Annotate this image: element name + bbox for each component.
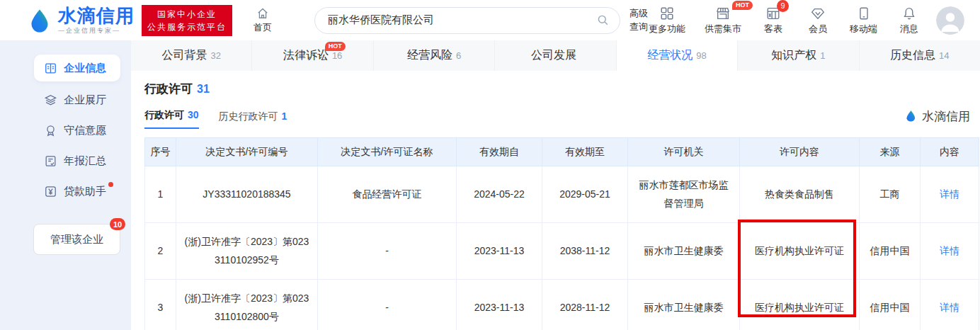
mobile-icon — [856, 6, 872, 21]
sidebar-item-credit-willingness[interactable]: 守信意愿 — [34, 115, 120, 146]
cell-source: 信用中国 — [860, 223, 921, 280]
sidebar-item-showroom[interactable]: 企业展厅 — [34, 85, 120, 115]
cell-valid-from: 2023-11-13 — [457, 280, 542, 330]
sidebar-item-loan-assistant[interactable]: 贷款助手 — [34, 176, 120, 207]
tab-operating-risk[interactable]: 经营风险6 — [373, 40, 494, 71]
storefront-icon — [715, 6, 731, 21]
loan-yuan-icon — [44, 185, 57, 198]
company-info-icon — [44, 62, 57, 75]
cell-authority: 丽水市卫生健康委 — [628, 223, 740, 280]
cell-valid-from: 2023-11-13 — [457, 223, 542, 280]
cell-source: 信用中国 — [860, 280, 921, 330]
col-header-valid-to: 有效期至 — [542, 138, 628, 166]
table-row: 3 (浙)卫许准字〔2023〕第0233110102800号 - 2023-11… — [145, 280, 979, 330]
cell-authority: 丽水市卫生健康委 — [628, 280, 740, 330]
user-avatar[interactable] — [936, 6, 964, 35]
brand-logo[interactable]: 水滴信用 —企业信用专家— — [27, 6, 135, 34]
table-row: 1 JY33311020188345 食品经营许可证 2024-05-22 20… — [145, 166, 979, 223]
sidebar: 企业信息 企业展厅 守信意愿 年报汇总 — [0, 40, 131, 330]
search-icon[interactable] — [596, 13, 610, 27]
diamond-icon — [810, 6, 826, 21]
table-header-row: 序号 决定文书/许可编号 决定文书/许可证名称 有效期自 有效期至 许可机关 许… — [145, 138, 979, 166]
license-table: 序号 决定文书/许可编号 决定文书/许可证名称 有效期自 有效期至 许可机关 许… — [144, 137, 979, 330]
section-count: 31 — [197, 83, 210, 95]
col-header-license-name: 决定文书/许可证名称 — [318, 138, 457, 166]
cell-license-no: (浙)卫许准字〔2023〕第0233110102800号 — [176, 280, 318, 330]
nav-supply-market[interactable]: HOT 供需集市 — [705, 6, 741, 35]
top-header: 水滴信用 —企业信用专家— 国家中小企业 公共服务示范平台 首页 高级 查询 — [0, 0, 980, 40]
bell-icon — [901, 6, 917, 21]
col-header-valid-from: 有效期自 — [457, 138, 542, 166]
nav-mobile[interactable]: 移动端 — [850, 6, 877, 35]
subtab-history-admin-license[interactable]: 历史行政许可1 — [219, 110, 287, 129]
cell-content: 医疗机构执业许可证 — [740, 280, 860, 330]
brand-tagline: —企业信用专家— — [58, 28, 135, 34]
detail-link[interactable]: 详情 — [921, 166, 979, 223]
tab-legal-litigation[interactable]: HOT 法律诉讼16 — [251, 40, 372, 71]
cell-valid-from: 2024-05-22 — [457, 166, 542, 223]
water-drop-icon — [904, 110, 918, 123]
table-row: 2 (浙)卫许准字〔2023〕第0233110102952号 - 2023-11… — [145, 223, 979, 280]
advanced-search-link[interactable]: 高级 查询 — [629, 7, 648, 33]
cell-valid-to: 2038-11-12 — [542, 223, 628, 280]
cell-index: 1 — [145, 166, 176, 223]
cell-license-name: - — [318, 280, 457, 330]
subtab-admin-license[interactable]: 行政许可30 — [144, 109, 199, 129]
cell-valid-to: 2029-05-21 — [542, 166, 628, 223]
top-nav: 更多功能 HOT 供需集市 9 客表 会 — [649, 6, 922, 35]
nav-more-functions[interactable]: 更多功能 — [649, 6, 685, 35]
hot-badge: HOT — [732, 1, 753, 10]
nav-membership[interactable]: 会员 — [805, 6, 831, 35]
manage-count-badge: 10 — [110, 218, 125, 230]
tab-company-background[interactable]: 公司背景32 — [131, 40, 251, 71]
subtab-bar: 行政许可30 历史行政许可1 — [144, 108, 980, 129]
tab-intellectual-property[interactable]: 知识产权1 — [737, 40, 858, 71]
search-input[interactable] — [328, 14, 596, 26]
col-header-authority: 许可机关 — [628, 138, 740, 166]
cell-license-no: (浙)卫许准字〔2023〕第0233110102952号 — [176, 223, 318, 280]
home-icon — [256, 6, 270, 21]
medal-icon — [44, 124, 57, 137]
col-header-detail: 内容 — [921, 138, 979, 166]
cell-authority: 丽水市莲都区市场监督管理局 — [628, 166, 740, 223]
home-label: 首页 — [253, 21, 272, 34]
col-header-source: 来源 — [860, 138, 921, 166]
col-header-index: 序号 — [145, 138, 176, 166]
cell-content: 医疗机构执业许可证 — [740, 223, 860, 280]
sidebar-item-company-info[interactable]: 企业信息 — [34, 55, 120, 81]
hot-badge: HOT — [325, 42, 346, 51]
col-header-license-no: 决定文书/许可编号 — [176, 138, 318, 166]
sidebar-item-annual-report[interactable]: 年报汇总 — [34, 146, 120, 176]
tab-operating-status[interactable]: 经营状况98 — [616, 40, 737, 71]
cell-index: 2 — [145, 223, 176, 280]
col-header-content: 许可内容 — [740, 138, 860, 166]
content-panel: 行政许可31 行政许可30 历史行政许可1 — [131, 71, 980, 330]
detail-link[interactable]: 详情 — [921, 223, 979, 280]
grid-icon — [659, 6, 675, 21]
page: 水滴信用 —企业信用专家— 国家中小企业 公共服务示范平台 首页 高级 查询 — [0, 0, 980, 330]
watermark-text: 水滴信用 — [922, 108, 970, 125]
home-nav[interactable]: 首页 — [253, 6, 272, 34]
cell-source: 工商 — [860, 166, 921, 223]
annual-report-icon — [44, 154, 57, 168]
layers-icon — [44, 93, 57, 107]
notification-count-badge: 9 — [777, 0, 789, 12]
tab-history-info[interactable]: 历史信息14 — [859, 40, 980, 71]
cell-content: 热食类食品制售 — [740, 166, 860, 223]
search-bar — [314, 7, 620, 34]
nav-customer-report[interactable]: 9 客表 — [760, 6, 786, 35]
cell-license-name: 食品经营许可证 — [318, 166, 457, 223]
tab-company-development[interactable]: 公司发展 — [494, 40, 615, 71]
detail-link[interactable]: 详情 — [921, 280, 979, 330]
nav-messages[interactable]: 消息 — [896, 6, 922, 35]
brand-name: 水滴信用 — [58, 6, 135, 25]
section-title: 行政许可31 — [144, 81, 980, 97]
new-indicator-dot — [108, 182, 113, 187]
cell-license-name: - — [318, 223, 457, 280]
gov-certification-badge: 国家中小企业 公共服务示范平台 — [142, 5, 232, 36]
water-drop-icon — [27, 8, 52, 33]
watermark-logo: 水滴信用 — [904, 108, 970, 129]
cell-valid-to: 2028-11-12 — [542, 280, 628, 330]
cell-license-no: JY33311020188345 — [176, 166, 318, 223]
manage-company-button[interactable]: 管理该企业 10 — [33, 224, 120, 255]
